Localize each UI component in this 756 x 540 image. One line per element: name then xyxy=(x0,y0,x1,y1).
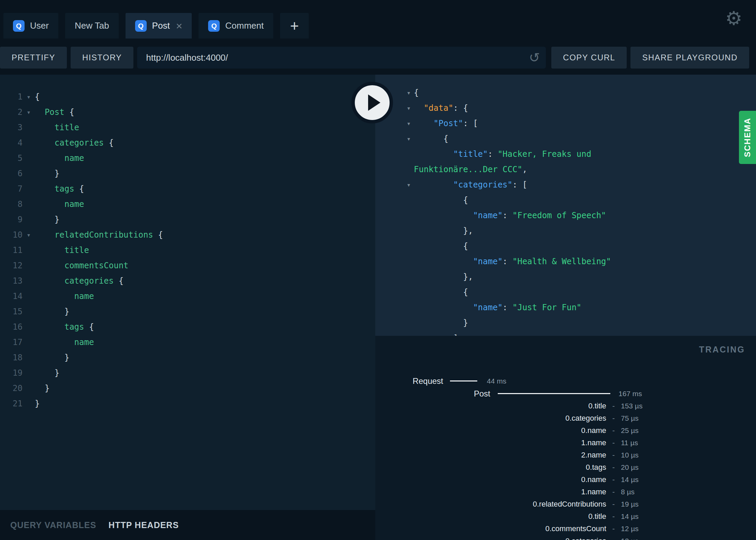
fold-spacer xyxy=(23,212,35,227)
schema-side-tab[interactable]: SCHEMA xyxy=(739,111,756,164)
code-token: { xyxy=(414,195,468,205)
tab-user[interactable]: QUser xyxy=(3,13,58,39)
trace-resolver-row: 1.name-11 µs xyxy=(375,437,756,449)
history-button[interactable]: HISTORY xyxy=(71,47,133,69)
response-line: ▾ "categories": [ xyxy=(375,177,756,193)
fold-arrow-icon[interactable]: ▾ xyxy=(375,177,411,193)
code-token: Post xyxy=(45,107,64,117)
fold-spacer xyxy=(23,289,35,304)
fold-arrow-icon[interactable]: ▾ xyxy=(23,227,35,243)
trace-span-duration: 167 ms xyxy=(619,390,642,398)
trace-resolver-label: 1.name xyxy=(375,487,606,496)
code-text: name xyxy=(35,151,84,166)
code-text: } xyxy=(411,315,468,331)
trace-span-row: Request44 ms xyxy=(375,375,756,387)
code-token xyxy=(35,153,64,163)
query-editor[interactable]: 1▾{2▾ Post {3 title4 categories {5 name6… xyxy=(0,75,375,540)
trace-resolver-label: 0.title xyxy=(375,512,606,521)
tab-label: User xyxy=(30,20,49,31)
code-token: ] xyxy=(414,333,458,336)
fold-spacer xyxy=(375,147,411,162)
plus-icon: + xyxy=(290,17,299,34)
trace-resolver-row: 2.name-10 µs xyxy=(375,449,756,461)
code-token: relatedContributions xyxy=(55,230,153,240)
trace-dash: - xyxy=(606,426,621,435)
tab-http-headers[interactable]: HTTP HEADERS xyxy=(108,520,179,530)
code-token xyxy=(414,149,453,159)
share-playground-button[interactable]: SHARE PLAYGROUND xyxy=(630,47,749,69)
trace-resolver-duration: 19 µs xyxy=(621,500,639,508)
code-text: } xyxy=(35,350,69,365)
code-text: "data": { xyxy=(411,101,468,116)
fold-arrow-icon[interactable]: ▾ xyxy=(375,131,411,147)
code-text: tags { xyxy=(35,319,94,335)
line-number: 8 xyxy=(0,197,23,212)
add-tab-button[interactable]: + xyxy=(280,13,309,39)
response-line: "name": "Freedom of Speech" xyxy=(375,208,756,223)
editor-line: 6 } xyxy=(0,166,375,181)
trace-span-label: Request xyxy=(375,376,443,386)
tab-query-variables[interactable]: QUERY VARIABLES xyxy=(10,520,96,530)
code-token: : xyxy=(488,149,498,159)
code-text: { xyxy=(35,89,40,105)
trace-resolver-row: 0.title-153 µs xyxy=(375,400,756,412)
code-token: "title" xyxy=(453,149,488,159)
trace-resolver-label: 0.commentsCount xyxy=(375,524,606,533)
trace-dash: - xyxy=(606,402,621,410)
fold-arrow-icon[interactable]: ▾ xyxy=(23,89,35,105)
code-text: relatedContributions { xyxy=(35,227,163,243)
play-icon xyxy=(368,94,380,111)
trace-resolver-duration: 14 µs xyxy=(621,476,639,484)
line-number: 16 xyxy=(0,319,23,335)
code-token: }, xyxy=(414,272,473,282)
tab-label: Comment xyxy=(225,20,264,31)
code-token: "Hacker, Freaks und xyxy=(498,149,592,159)
tabs-row: QUserNew TabQPost×QComment + xyxy=(3,13,309,39)
tab-comment[interactable]: QComment xyxy=(199,13,273,39)
fold-spacer xyxy=(375,254,411,269)
code-token: { xyxy=(414,241,468,251)
trace-resolver-label: 0.name xyxy=(375,426,606,435)
code-token: { xyxy=(84,322,94,332)
fold-spacer xyxy=(375,300,411,315)
tab-post[interactable]: QPost× xyxy=(126,13,192,39)
code-text: "title": "Hacker, Freaks und xyxy=(411,147,591,162)
execute-query-button[interactable] xyxy=(351,82,393,123)
trace-span-duration: 44 ms xyxy=(487,377,506,385)
code-token: { xyxy=(74,184,84,194)
code-text: Funktionäre...Der CCC", xyxy=(411,162,527,177)
code-token: } xyxy=(414,318,468,328)
code-text: title xyxy=(35,120,79,135)
trace-resolver-row: 0.title-14 µs xyxy=(375,510,756,523)
code-text: "name": "Health & Wellbeing" xyxy=(411,254,611,269)
trace-resolver-row: 0.name-25 µs xyxy=(375,424,756,437)
fold-arrow-icon[interactable]: ▾ xyxy=(23,105,35,120)
prettify-button[interactable]: PRETTIFY xyxy=(0,47,67,69)
response-line: Funktionäre...Der CCC", xyxy=(375,162,756,177)
response-line: ▾ "Post": [ xyxy=(375,116,756,131)
reload-schema-icon[interactable]: ↺ xyxy=(529,50,540,65)
code-token: : xyxy=(503,303,512,312)
close-tab-icon[interactable]: × xyxy=(176,20,183,31)
code-token: } xyxy=(35,307,69,316)
trace-resolver-label: 0.tags xyxy=(375,463,606,472)
code-token: "Freedom of Speech" xyxy=(512,211,606,220)
line-number: 14 xyxy=(0,289,23,304)
trace-resolver-duration: 8 µs xyxy=(621,488,635,496)
trace-span-bar xyxy=(498,393,610,394)
tab-new-tab[interactable]: New Tab xyxy=(65,13,119,39)
tracing-panel: TRACING Request44 msPost167 ms0.title-15… xyxy=(375,336,756,540)
trace-span-label: Post xyxy=(375,389,490,399)
code-text: }, xyxy=(411,223,473,239)
trace-dash: - xyxy=(606,438,621,447)
fold-spacer xyxy=(23,181,35,197)
editor-line: 4 categories { xyxy=(0,135,375,151)
endpoint-url-input[interactable] xyxy=(137,47,546,69)
settings-gear-icon[interactable]: ⚙ xyxy=(725,9,742,28)
trace-resolver-row: 0.commentsCount-12 µs xyxy=(375,523,756,535)
trace-dash: - xyxy=(606,524,621,533)
code-token: : xyxy=(503,257,512,266)
copy-curl-button[interactable]: COPY CURL xyxy=(551,47,627,69)
fold-spacer xyxy=(375,285,411,300)
fold-spacer xyxy=(23,396,35,411)
